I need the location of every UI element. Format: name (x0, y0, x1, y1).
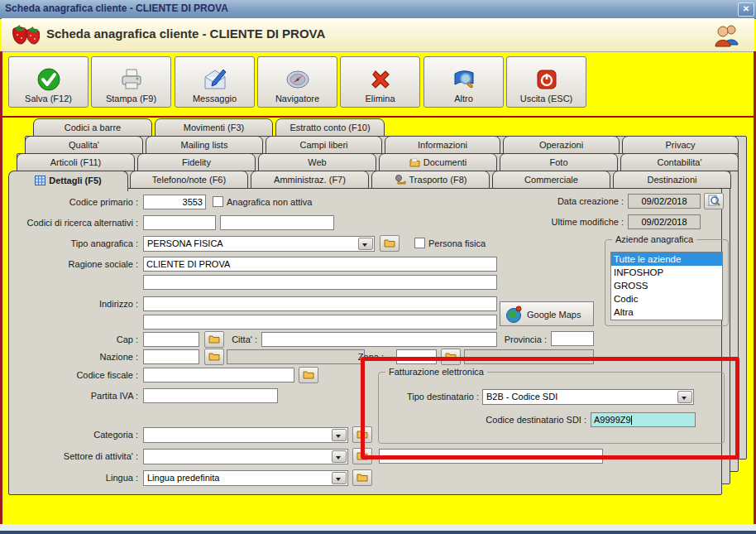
indirizzo-input-1[interactable] (143, 296, 497, 311)
magnifier-page-icon (707, 195, 720, 206)
zona-input[interactable] (396, 349, 437, 364)
anagrafica-non-attiva-checkbox[interactable] (213, 196, 223, 207)
folder-icon (208, 352, 220, 361)
codici-ricerca-input-2[interactable] (220, 215, 334, 230)
red-divider-line (2, 116, 754, 118)
close-icon[interactable]: ✕ (738, 2, 754, 17)
tab-destinazioni[interactable]: Destinazioni (613, 171, 731, 189)
list-item-azienda[interactable]: INFOSHOP (611, 266, 722, 279)
cap-folder-button[interactable] (204, 331, 224, 348)
tab-dettagli-active[interactable]: Dettagli (F5) (8, 171, 128, 191)
data-creazione-search-button[interactable] (704, 193, 724, 209)
codice-fiscale-input[interactable] (143, 368, 294, 382)
codici-ricerca-input-1[interactable] (143, 215, 216, 230)
tab-articoli[interactable]: Articoli (F11) (17, 153, 135, 171)
tab-trasporto[interactable]: Trasporto (F8) (371, 171, 490, 189)
ragione-sociale-input-2[interactable] (143, 275, 497, 290)
indirizzo-input-2[interactable] (143, 315, 497, 330)
tab-codici-a-barre[interactable]: Codici a barre (33, 118, 152, 137)
fatturazione-groupbox: Fatturazione elettronica (378, 372, 725, 444)
power-icon (534, 67, 559, 92)
page-title: Scheda anagrafica cliente - CLIENTE DI P… (46, 26, 325, 41)
salva-button[interactable]: Salva (F12) (8, 56, 89, 108)
citta-input[interactable] (261, 332, 497, 347)
partita-iva-input[interactable] (143, 388, 278, 403)
cap-label: Cap : (9, 334, 138, 344)
provincia-label: Provincia : (472, 334, 547, 344)
chevron-down-icon[interactable] (677, 391, 692, 403)
book-magnifier-icon (452, 67, 476, 92)
folder-icon (356, 430, 368, 439)
codice-sdi-label: Codice destinatario SDI : (462, 415, 586, 425)
tab-movimenti[interactable]: Movimenti (F3) (155, 118, 273, 137)
folder-icon (208, 334, 220, 344)
partita-iva-label: Partita IVA : (9, 391, 138, 401)
chevron-down-icon[interactable] (332, 472, 347, 484)
nazione-folder-button[interactable] (204, 349, 224, 365)
zona-folder-button[interactable] (441, 349, 461, 365)
zona-desc-field (464, 349, 594, 364)
codice-sdi-input[interactable]: A9999Z9 (591, 412, 696, 427)
tab-contabilita[interactable]: Contabilita' (620, 153, 739, 171)
altro-button[interactable]: Altro (423, 56, 504, 108)
messaggio-button[interactable]: Messaggio (175, 56, 255, 108)
tipo-anagrafica-folder-button[interactable] (380, 235, 400, 252)
navigatore-button[interactable]: Navigatore (257, 56, 337, 108)
cap-input[interactable] (143, 332, 199, 347)
compass-icon (285, 67, 310, 92)
printer-icon (119, 67, 144, 92)
tab-commerciale[interactable]: Commerciale (492, 171, 610, 189)
tab-informazioni[interactable]: Informazioni (385, 136, 500, 154)
categoria-folder-button[interactable] (352, 426, 372, 443)
tab-operazioni[interactable]: Operazioni (503, 136, 620, 154)
uscita-button[interactable]: Uscita (ESC) (506, 56, 586, 108)
codice-primario-input[interactable] (143, 195, 206, 209)
strawberry-logo-icon (8, 22, 43, 51)
codice-fiscale-folder-button[interactable] (299, 367, 318, 383)
ultime-modifiche-field (628, 214, 701, 229)
title-bar: Scheda anagrafica cliente - CLIENTE DI P… (0, 0, 756, 19)
settore-extra-input[interactable] (379, 449, 603, 464)
list-item-azienda[interactable]: Altra (611, 305, 722, 319)
provincia-input[interactable] (551, 331, 594, 346)
settore-attivita-select[interactable] (143, 449, 348, 464)
categoria-select[interactable] (143, 427, 348, 443)
list-item-azienda[interactable]: Tutte le aziende (611, 253, 722, 266)
ragione-sociale-input-1[interactable] (143, 257, 497, 272)
settore-attivita-label: Settore di attivita' : (9, 451, 138, 461)
text-caret (631, 416, 632, 425)
codici-ricerca-label: Codici di ricerca alternativi : (9, 218, 138, 228)
dettagli-panel: Codice primario : Anagrafica non attiva … (8, 188, 722, 495)
lingua-select[interactable]: Lingua predefinita (143, 470, 348, 486)
save-check-icon (36, 67, 61, 92)
tab-campi-liberi[interactable]: Campi liberi (266, 136, 382, 154)
tab-documenti[interactable]: Documenti (379, 153, 497, 171)
users-icon[interactable] (713, 22, 741, 51)
persona-fisica-checkbox[interactable] (414, 238, 425, 248)
tab-estratto-conto[interactable]: Estratto conto (F10) (275, 118, 385, 137)
aziende-listbox[interactable]: Tutte le aziende INFOSHOP GROSS Codic Al… (610, 252, 723, 320)
lingua-folder-button[interactable] (352, 469, 372, 486)
tab-amministraz[interactable]: Amministraz. (F7) (251, 171, 369, 189)
list-item-azienda[interactable]: Codic (611, 292, 722, 305)
tab-web[interactable]: Web (258, 153, 376, 171)
tipo-anagrafica-select[interactable]: PERSONA FISICA (143, 236, 375, 252)
tipo-destinatario-label: Tipo destinatario : (380, 392, 479, 402)
google-maps-button[interactable]: Google Maps (500, 301, 594, 326)
tab-foto[interactable]: Foto (500, 153, 618, 171)
tab-privacy[interactable]: Privacy (622, 136, 739, 154)
nazione-input[interactable] (143, 349, 199, 364)
stampa-button[interactable]: Stampa (F9) (91, 56, 171, 108)
tab-fidelity[interactable]: Fidelity (137, 153, 256, 171)
chevron-down-icon[interactable] (358, 238, 373, 250)
data-creazione-field (628, 194, 701, 209)
tab-mailing-lists[interactable]: Mailing lists (146, 136, 263, 154)
tab-telefono-note[interactable]: Telefono/note (F6) (130, 171, 248, 189)
settore-attivita-folder-button[interactable] (352, 448, 372, 464)
elimina-button[interactable]: Elimina (340, 56, 420, 108)
tab-qualita[interactable]: Qualita' (25, 136, 143, 154)
chevron-down-icon[interactable] (332, 450, 347, 463)
list-item-azienda[interactable]: GROSS (611, 279, 722, 292)
tipo-destinatario-select[interactable]: B2B - Codice SDI (482, 389, 694, 405)
chevron-down-icon[interactable] (332, 429, 347, 441)
